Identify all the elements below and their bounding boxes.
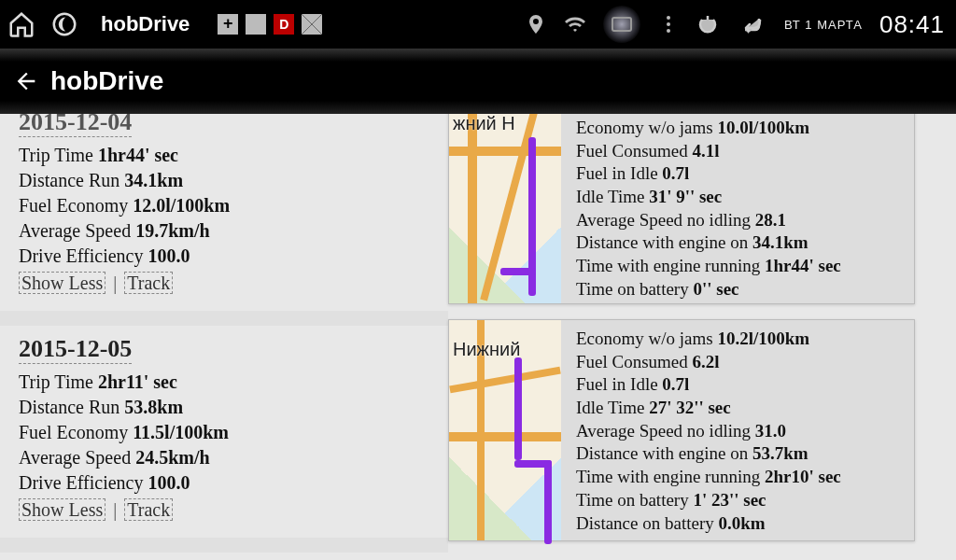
status-bar-time: 08:41 (879, 10, 945, 39)
svg-point-1 (667, 16, 670, 20)
plus-notification-icon: + (218, 14, 238, 35)
trip-detail-panel: жний Н Economy w/o jams 10.0l/100km Fuel… (448, 114, 915, 304)
back-sys-icon[interactable] (736, 13, 767, 35)
metric-drive-eff: Drive Efficiency 100.0 (19, 470, 429, 496)
map-label: Нижний (453, 339, 557, 360)
status-bar-date: ВТ 1 МАРТА (784, 18, 863, 32)
trip-block: 2015-12-04 Trip Time 1hr44' sec Distance… (19, 114, 429, 294)
location-icon[interactable] (525, 13, 547, 35)
svg-point-2 (667, 22, 670, 26)
d-notification-icon: D (274, 14, 294, 35)
back-button[interactable] (13, 68, 39, 94)
camera-icon[interactable] (603, 6, 640, 43)
status-bar-right: ВТ 1 МАРТА 08:41 (525, 6, 945, 43)
trip-block: 2015-12-05 Trip Time 2hr11' sec Distance… (19, 335, 429, 521)
trip-map-thumbnail[interactable]: жний Н (449, 114, 561, 303)
trip-links: Show Less|Track (19, 273, 429, 294)
metric-avg-speed: Average Speed 19.7km/h (19, 218, 429, 244)
moon-icon[interactable] (50, 10, 78, 38)
wifi-icon[interactable] (564, 13, 586, 35)
page-title: hobDrive (50, 66, 163, 96)
status-bar-app-title: hobDrive (101, 12, 190, 36)
track-link[interactable]: Track (124, 272, 173, 294)
mail-notification-icon (302, 14, 322, 35)
trip-map-thumbnail[interactable]: Нижний (449, 320, 561, 540)
trip-date-header: 2015-12-04 (19, 114, 132, 137)
image-notification-icon (246, 14, 266, 35)
metric-fuel-economy: Fuel Economy 11.5l/100km (19, 420, 429, 445)
show-less-link[interactable]: Show Less (19, 498, 105, 521)
metric-avg-speed: Average Speed 24.5km/h (19, 445, 429, 470)
metric-fuel-economy: Fuel Economy 12.0l/100km (19, 193, 429, 218)
show-less-link[interactable]: Show Less (19, 272, 105, 294)
notification-icons[interactable]: + D (218, 14, 322, 35)
map-label: жний Н (453, 114, 557, 134)
metric-drive-eff: Drive Efficiency 100.0 (19, 244, 429, 269)
svg-point-0 (54, 14, 76, 35)
home-icon[interactable] (7, 10, 35, 38)
metric-trip-time: Trip Time 1hr44' sec (19, 143, 429, 168)
app-action-bar: hobDrive (0, 49, 956, 114)
left-column: 2015-12-04 Trip Time 1hr44' sec Distance… (19, 114, 429, 560)
svg-point-3 (667, 29, 670, 33)
track-link[interactable]: Track (124, 498, 173, 521)
trip-links: Show Less|Track (19, 499, 429, 521)
trip-detail-list: Economy w/o jams 10.2l/100km Fuel Consum… (561, 320, 914, 540)
trip-detail-panel: Нижний Economy w/o jams 10.2l/100km Fuel… (448, 319, 915, 541)
metric-distance-run: Distance Run 53.8km (19, 395, 429, 420)
overflow-menu-icon[interactable] (657, 13, 680, 35)
trip-detail-list: Economy w/o jams 10.0l/100km Fuel Consum… (561, 114, 914, 303)
metric-trip-time: Trip Time 2hr11' sec (19, 370, 429, 395)
metric-distance-run: Distance Run 34.1km (19, 168, 429, 193)
android-status-bar: hobDrive + D ВТ 1 МАРТА 08:41 (0, 0, 956, 49)
content-scroll[interactable]: 2015-12-04 Trip Time 1hr44' sec Distance… (0, 114, 956, 560)
status-bar-left: hobDrive (7, 10, 190, 38)
trip-date-header: 2015-12-05 (19, 335, 132, 364)
power-icon[interactable] (696, 13, 719, 35)
right-column: жний Н Economy w/o jams 10.0l/100km Fuel… (448, 114, 915, 556)
